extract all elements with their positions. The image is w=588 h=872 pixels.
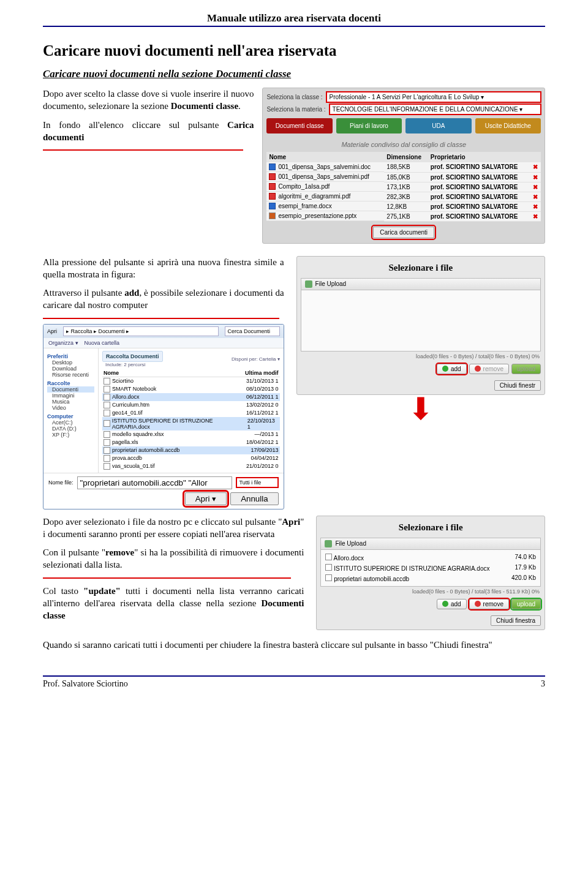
pointer-line [43,318,279,319]
carica-documenti-button[interactable]: Carica documenti [373,227,434,238]
documents-table: Nome Dimensione Proprietario 001_dipensa… [266,152,541,222]
sidebar: Preferiti Desktop Download Risorse recen… [43,348,99,473]
intro-paragraph-1: Dopo aver scelto la classe dove si vuole… [43,88,254,113]
file-icon [104,378,110,385]
list-item[interactable]: vas_scuola_01.tif21/01/2012 0 [102,462,280,470]
pointer-line [43,149,243,151]
table-row: Compito_1aIsa.pdf173,1KBprof. SCIORTINO … [266,182,541,192]
upload-row: Alloro.docx74.0 Kb [323,552,538,563]
table-row: 001_dipensa_3aps_salvemini.pdf185,0KBpro… [266,172,541,182]
label-select-class: Seleziona la classe : [266,94,322,100]
lower-p1: Dopo aver selezionato i file da nostro p… [43,516,304,541]
file-icon [104,410,110,416]
footer-author: Prof. Salvatore Sciortino [43,679,128,689]
remove-button[interactable]: remove [469,599,509,609]
file-icon [104,447,110,454]
file-upload-icon [305,280,312,288]
file-type-select[interactable]: Tutti i file [236,477,279,488]
dialog-title: Apri [47,328,57,334]
select-subject[interactable]: TECNOLOGIE DELL'INFORMAZIONE E DELLA COM… [330,104,541,115]
section-subtitle: Caricare nuovi documenti nella sezione D… [43,68,545,80]
upload-button[interactable]: upload [511,599,541,609]
col-size: Dimensione [384,152,428,162]
file-icon [104,386,110,393]
col-name: Nome [266,152,384,162]
upload-row: ISTITUTO SUPERIORE DI ISTRUZIONE AGRARIA… [323,563,538,573]
label-select-subject: Seleziona la materia : [266,106,325,113]
screenshot-open-dialog: Apri ▸ Raccolta ▸ Documenti ▸ Cerca Docu… [43,324,284,509]
breadcrumb[interactable]: ▸ Raccolta ▸ Documenti ▸ [63,326,219,336]
list-item[interactable]: Alloro.docx06/12/2011 1 [102,393,280,401]
remove-button[interactable]: remove [469,364,509,374]
delete-icon[interactable]: ✖ [530,182,541,192]
table-row: algoritmi_e_diagrammi.pdf282,3KBprof. SC… [266,192,541,201]
file-icon [104,431,110,438]
lower-p3: Col tasto "update" tutti i documenti nel… [43,585,304,622]
file-icon [104,455,110,462]
page-footer: Prof. Salvatore Sciortino 3 [43,675,545,689]
list-item[interactable]: prova.accdb04/04/2012 [102,454,280,462]
tab-uscite-didattiche[interactable]: Uscite Didattiche [475,118,541,133]
list-item[interactable]: SMART Notebook08/10/2013 0 [102,385,280,393]
closing-paragraph: Quando si saranno caricati tutti i docum… [43,639,545,651]
file-icon [104,394,110,400]
screenshot-upload-filled: Selezionare i file File Upload Alloro.do… [316,516,545,630]
file-icon [104,420,110,427]
new-folder-button[interactable]: Nuova cartella [85,340,120,346]
close-window-button[interactable]: Chiudi finestra [491,615,541,626]
select-class[interactable]: Professionale - 1 A Servizi Per L'agrico… [326,92,541,102]
list-item[interactable]: ISTITUTO SUPERIORE DI ISTRUZIONE AGRARIA… [102,417,280,430]
file-icon [325,564,332,571]
table-row: esempi_frame.docx12,8KBprof. SCIORTINO S… [266,201,541,211]
lower-p2: Con il pulsante "remove" si ha la possib… [43,546,304,571]
list-item[interactable]: modello squadre.xlsx—/2013 1 [102,430,280,438]
file-icon [269,173,276,180]
delete-icon[interactable]: ✖ [530,172,541,182]
delete-icon[interactable]: ✖ [530,192,541,201]
table-row: 001_dipensa_3aps_salvemini.doc188,5KBpro… [266,162,541,172]
open-button[interactable]: Apri ▾ [185,492,227,505]
list-item[interactable]: geo14_01.tif16/11/2012 1 [102,409,280,417]
mid-paragraph-1: Alla pressione del pulsante si aprirà un… [43,256,284,281]
col-owner: Proprietario [428,152,530,162]
upload-status: loaded(0 files - 0 Bytes) / total(3 file… [320,587,541,596]
table-row: esempio_presentazione.pptx275,1KBprof. S… [266,211,541,221]
delete-icon[interactable]: ✖ [530,162,541,172]
upload-title: Selezionare i file [320,520,541,538]
filename-input[interactable] [77,476,232,489]
file-icon [269,183,276,190]
arrow-icon: ⬇ [296,399,545,420]
file-icon [269,193,276,200]
close-window-button[interactable]: Chiudi finestr [494,380,541,391]
search-input[interactable]: Cerca Documenti [225,326,280,336]
tab-piani-lavoro[interactable]: Piani di lavoro [336,118,402,133]
file-upload-icon [325,540,332,547]
pointer-line [43,577,291,579]
add-button[interactable]: add [437,364,467,374]
file-icon [104,402,110,408]
organize-menu[interactable]: Organizza ▾ [48,340,78,346]
page-title: Caricare nuovi documenti nell'area riser… [43,42,545,59]
delete-icon[interactable]: ✖ [530,211,541,221]
upload-button[interactable]: upload [511,364,541,374]
table-caption: Materiale condiviso dal consiglio di cla… [266,137,541,152]
page-header: Manuale utilizzo area riservata docenti [43,12,545,27]
mid-paragraph-2: Attraverso il pulsante add, è possibile … [43,287,284,312]
tab-uda[interactable]: UDA [405,118,471,133]
file-icon [104,463,110,470]
list-item[interactable]: Curriculum.htm13/02/2012 0 [102,401,280,409]
upload-row: proprietari automobili.accdb420.0 Kb [323,573,538,584]
library-header: Raccolta Documenti [102,351,163,362]
list-item[interactable]: pagella.xls18/04/2012 1 [102,438,280,446]
file-icon [269,164,276,170]
tab-documenti-classe[interactable]: Documenti classe [266,118,332,133]
list-item[interactable]: proprietari automobili.accdb17/09/2013 [102,446,280,454]
list-item[interactable]: Sciortino31/10/2013 1 [102,377,280,385]
file-icon [325,574,332,581]
footer-page-number: 3 [541,679,545,689]
delete-icon[interactable]: ✖ [530,201,541,211]
add-button[interactable]: add [437,599,467,609]
cancel-button[interactable]: Annulla [230,492,278,505]
filename-label: Nome file: [48,479,74,486]
screenshot-upload-empty: Selezionare i file File Upload loaded(0 … [296,256,545,395]
